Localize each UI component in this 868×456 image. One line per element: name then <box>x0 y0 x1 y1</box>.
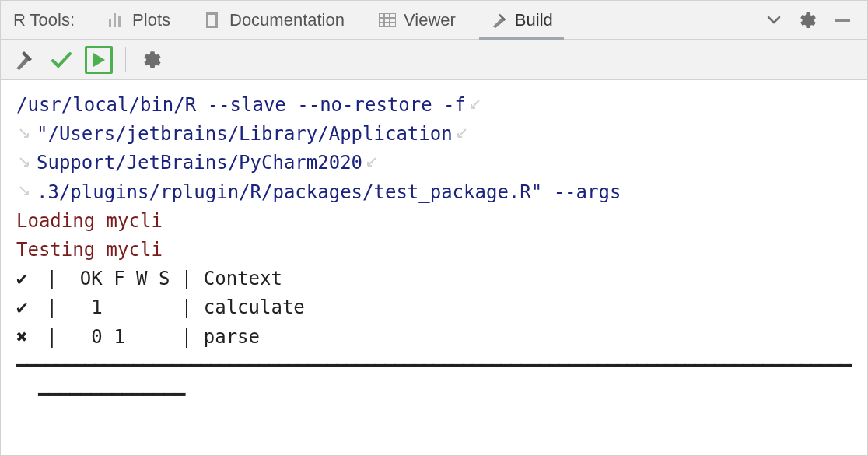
tab-label: Documentation <box>229 10 345 30</box>
tab-label: Plots <box>132 10 170 30</box>
console-output: /usr/local/bin/R --slave --no-restore -f… <box>1 80 867 420</box>
svg-rect-5 <box>379 13 396 27</box>
tool-window-header: R Tools: Plots Documentation <box>1 1 867 40</box>
test-table-row: ✔ | 1 | calculate <box>16 293 852 322</box>
toolbar-divider <box>125 47 126 72</box>
wrap-continue-icon <box>16 156 35 171</box>
tool-window-title: R Tools: <box>13 10 75 30</box>
minimize-icon[interactable] <box>831 9 853 31</box>
svg-rect-2 <box>118 16 121 27</box>
svg-rect-10 <box>835 19 850 22</box>
command-line: /usr/local/bin/R --slave --no-restore -f <box>16 91 852 120</box>
command-line: Support/JetBrains/PyCharm2020 <box>16 149 852 177</box>
check-button[interactable] <box>47 46 75 74</box>
tab-label: Viewer <box>404 10 456 30</box>
testing-message: Testing mycli <box>16 236 852 265</box>
chevron-down-icon[interactable] <box>763 9 785 31</box>
hammer-button[interactable] <box>10 46 38 74</box>
tab-documentation[interactable]: Documentation <box>187 1 362 40</box>
doc-icon <box>205 12 222 29</box>
build-icon <box>490 12 507 29</box>
settings-button[interactable] <box>138 46 166 74</box>
wrap-arrow-icon <box>454 127 473 142</box>
tab-viewer[interactable]: Viewer <box>362 1 473 40</box>
tab-label: Build <box>515 10 553 30</box>
test-table-header: ✔ | OK F W S | Context <box>16 265 852 293</box>
run-button[interactable] <box>85 46 113 74</box>
wrap-arrow-icon <box>364 156 383 171</box>
svg-rect-0 <box>109 19 111 27</box>
svg-rect-4 <box>208 15 215 26</box>
wrap-arrow-icon <box>467 98 486 114</box>
table-header-text: | OK F W S | Context <box>35 268 282 289</box>
header-actions <box>763 9 861 31</box>
svg-rect-1 <box>114 13 116 27</box>
table-row-text: | 0 1 | parse <box>35 326 260 348</box>
command-line: "/Users/jetbrains/Library/Application <box>16 120 852 149</box>
gear-icon[interactable] <box>797 9 819 31</box>
viewer-icon <box>379 12 396 29</box>
tabs: Plots Documentation Viewer <box>90 1 763 40</box>
command-line: .3/plugins/rplugin/R/packages/test_packa… <box>16 178 852 207</box>
tab-build[interactable]: Build <box>473 1 570 40</box>
plots-icon <box>107 12 124 29</box>
wrap-continue-icon <box>16 184 35 200</box>
separator-line-short: ━━━━━━━━━━━━━━ <box>16 381 852 409</box>
test-table-row: ✖ | 0 1 | parse <box>16 323 852 352</box>
build-toolbar <box>1 40 867 80</box>
table-row-text: | 1 | calculate <box>35 296 305 318</box>
tab-plots[interactable]: Plots <box>90 1 187 40</box>
separator-line: ━━━━━━━━━━━━━━━━━━━━━━━━━━━━━━━━━━━━━━━━… <box>16 352 852 381</box>
wrap-continue-icon <box>16 127 35 142</box>
loading-message: Loading mycli <box>16 207 852 236</box>
